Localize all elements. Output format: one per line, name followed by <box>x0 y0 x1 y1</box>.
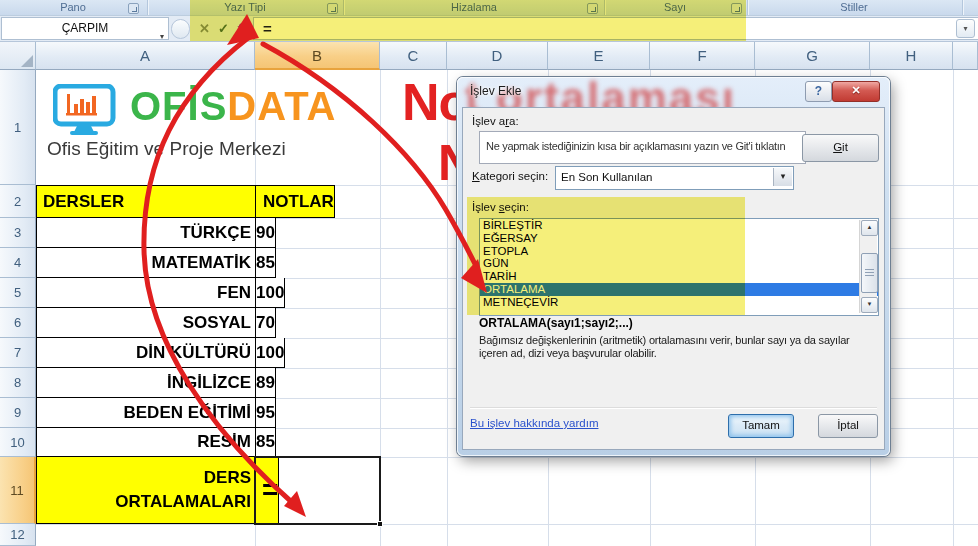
scrollbar-thumb[interactable] <box>861 253 878 293</box>
ofisdata-logo-icon <box>53 84 117 136</box>
sayi-dialog-launcher-icon[interactable] <box>731 3 742 14</box>
ribbon-separator <box>343 0 344 15</box>
row-header-12[interactable]: 12 <box>0 524 36 546</box>
cell-grade[interactable]: 90 <box>256 218 275 247</box>
cell-grade[interactable]: 70 <box>256 308 275 337</box>
table-row: MATEMATİK 85 <box>36 248 276 278</box>
ribbon-separator <box>747 0 748 15</box>
cell-course[interactable]: BEDEN EĞİTİMİ <box>37 398 256 427</box>
cell-grade[interactable]: 95 <box>256 398 275 427</box>
search-function-input[interactable]: Ne yapmak istediğinizin kısa bir açıklam… <box>479 131 806 164</box>
category-value: En Son Kullanılan <box>561 171 652 183</box>
function-item[interactable]: TARİH <box>480 270 878 283</box>
select-all-corner[interactable] <box>0 42 36 70</box>
cell-a11-ders-ortalamalari[interactable]: DERS ORTALAMALARI <box>37 457 256 523</box>
insert-function-button[interactable]: fx <box>233 18 252 40</box>
col-header-c[interactable]: C <box>380 42 447 70</box>
ok-button[interactable]: Tamam <box>728 414 794 438</box>
formula-bar-expand-icon[interactable]: ▾ <box>956 19 975 38</box>
cell-grade[interactable]: 89 <box>256 368 275 397</box>
function-list: BİRLEŞTİR EĞERSAY ETOPLA GÜN TARİH ORTAL… <box>479 218 879 316</box>
insert-function-dialog: t ortalaması İşlev Ekle ? ✕ İşlev ara: N… <box>457 77 890 456</box>
function-item[interactable]: ETOPLA <box>480 245 878 258</box>
list-scrollbar[interactable]: ▲ ▼ <box>859 220 877 313</box>
go-button[interactable]: Git <box>802 134 879 162</box>
row-header-2[interactable]: 2 <box>0 185 36 218</box>
col-header-f[interactable]: F <box>650 42 755 70</box>
dialog-help-button[interactable]: ? <box>805 81 832 102</box>
scroll-up-icon[interactable]: ▲ <box>861 220 878 236</box>
cell-grade[interactable]: 100 <box>256 278 284 307</box>
pano-dialog-launcher-icon[interactable] <box>128 3 139 14</box>
row-header-5[interactable]: 5 <box>0 278 36 308</box>
function-item[interactable]: BİRLEŞTİR <box>480 219 878 232</box>
table-row: DERS ORTALAMALARI = <box>36 457 279 524</box>
row-header-4[interactable]: 4 <box>0 248 36 278</box>
cell-course[interactable]: RESİM <box>37 428 256 456</box>
table-row: BEDEN EĞİTİMİ 95 <box>36 398 276 428</box>
cell-course[interactable]: TÜRKÇE <box>37 218 256 247</box>
col-header-b[interactable]: B <box>255 42 380 70</box>
col-header-e[interactable]: E <box>548 42 650 70</box>
ribbon-group-sayi: Sayı <box>664 1 686 13</box>
brand-data: DATA <box>227 84 336 128</box>
help-link[interactable]: Bu işlev hakkında yardım <box>470 417 598 429</box>
cell-course[interactable]: DİN KÜLTÜRÜ <box>37 338 256 367</box>
namebox-splitter[interactable] <box>171 19 190 39</box>
dialog-divider <box>470 407 877 408</box>
row-header-3[interactable]: 3 <box>0 218 36 248</box>
cell-course[interactable]: FEN <box>37 278 256 307</box>
col-header-g[interactable]: G <box>755 42 870 70</box>
col-header-partial[interactable] <box>953 42 978 70</box>
row-header-9[interactable]: 9 <box>0 398 36 428</box>
col-header-d[interactable]: D <box>447 42 548 70</box>
cell-grade[interactable]: 85 <box>256 428 275 456</box>
fill-handle[interactable] <box>377 521 383 527</box>
table-row: DERSLER NOTLAR <box>36 185 335 218</box>
category-dropdown[interactable]: En Son Kullanılan ▾ <box>555 166 794 190</box>
table-row: TÜRKÇE 90 <box>36 218 276 248</box>
brand-ofis: OFİS <box>130 84 227 128</box>
cell-grade[interactable]: 100 <box>256 338 284 367</box>
cell-course[interactable]: MATEMATİK <box>37 248 256 277</box>
row-header-10[interactable]: 10 <box>0 428 36 457</box>
table-row: RESİM 85 <box>36 428 276 457</box>
cell-course[interactable]: SOSYAL <box>37 308 256 337</box>
dialog-close-button[interactable]: ✕ <box>832 81 880 102</box>
cell-a2-dersler[interactable]: DERSLER <box>37 186 256 217</box>
dialog-content: İşlev ara: Ne yapmak istediğinizin kısa … <box>463 108 884 449</box>
cancel-button[interactable]: İptal <box>818 414 878 438</box>
enter-entry-button[interactable]: ✓ <box>214 18 233 40</box>
row-header-6[interactable]: 6 <box>0 308 36 338</box>
cancel-entry-button[interactable]: ✕ <box>195 18 214 40</box>
ribbon-group-hizalama: Hizalama <box>451 1 497 13</box>
row-header-7[interactable]: 7 <box>0 338 36 368</box>
function-signature: ORTALAMA(sayı1;sayı2;...) <box>479 316 633 330</box>
name-box[interactable]: ÇARPIM ▾ <box>1 17 169 40</box>
row-header-11[interactable]: 11 <box>0 457 36 524</box>
ribbon-group-pano: Pano <box>60 1 86 13</box>
table-row: SOSYAL 70 <box>36 308 276 338</box>
row-header-8[interactable]: 8 <box>0 368 36 398</box>
col-header-a[interactable]: A <box>36 42 255 70</box>
dropdown-arrow-icon[interactable]: ▾ <box>773 168 792 186</box>
yazitipi-dialog-launcher-icon[interactable] <box>327 3 338 14</box>
table-row: DİN KÜLTÜRÜ 100 <box>36 338 285 368</box>
row-header-1[interactable]: 1 <box>0 70 36 185</box>
function-item-selected[interactable]: ORTALAMA <box>480 283 878 296</box>
annotation-fragment: N <box>438 134 456 180</box>
cell-grade[interactable]: 85 <box>256 248 275 277</box>
table-row: FEN 100 <box>36 278 285 308</box>
function-item[interactable]: GÜN <box>480 257 878 270</box>
ribbon-separator <box>604 0 605 15</box>
formula-input[interactable]: = <box>253 17 978 40</box>
function-item[interactable]: EĞERSAY <box>480 232 878 245</box>
category-label: Kategori seçin: <box>472 170 548 182</box>
cell-course[interactable]: İNGİLİZCE <box>37 368 256 397</box>
col-header-h[interactable]: H <box>870 42 953 70</box>
active-cell-border <box>254 456 381 525</box>
hizalama-dialog-launcher-icon[interactable] <box>587 3 598 14</box>
cell-b2-notlar[interactable]: NOTLAR <box>256 186 334 217</box>
scroll-down-icon[interactable]: ▼ <box>861 297 878 313</box>
function-item[interactable]: METNEÇEVİR <box>480 296 878 309</box>
